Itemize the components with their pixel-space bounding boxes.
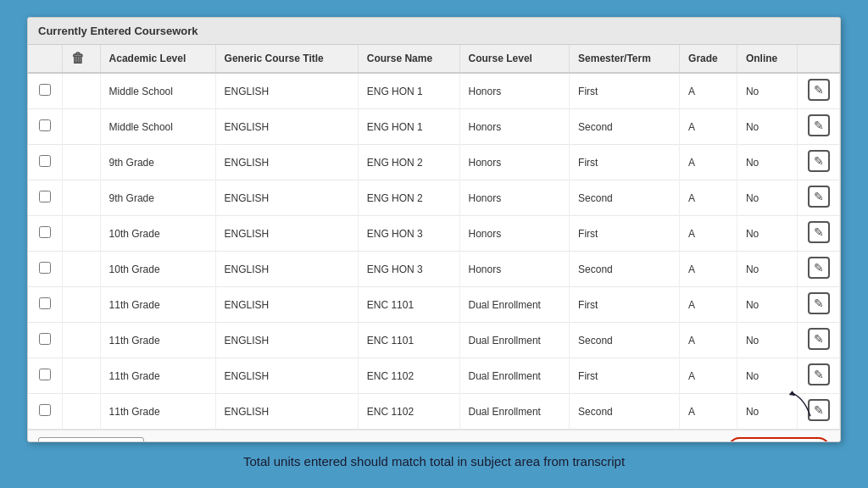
edit-icon[interactable] [808, 150, 830, 172]
cell-generic-course-title: ENGLISH [215, 394, 358, 430]
cell-generic-course-title: ENGLISH [215, 73, 358, 109]
row-checkbox[interactable] [39, 191, 51, 202]
remove-selected-button[interactable]: Remove Selected [38, 437, 144, 442]
cell-generic-course-title: ENGLISH [215, 252, 358, 287]
col-semester-term: Semester/Term [570, 45, 680, 73]
edit-icon[interactable] [808, 328, 830, 350]
cell-online: No [737, 73, 797, 109]
row-delete-cell [62, 323, 100, 358]
cell-course-name: ENC 1101 [358, 287, 459, 323]
cell-online: No [737, 323, 797, 358]
cell-semester-term: First [570, 145, 680, 180]
table-footer: Remove Selected Units Entered: 5 [28, 430, 840, 442]
row-edit-cell[interactable] [798, 394, 840, 430]
edit-icon[interactable] [808, 292, 830, 314]
cell-course-level: Honors [459, 109, 570, 145]
cell-online: No [737, 287, 797, 323]
cell-course-level: Honors [459, 180, 570, 216]
cell-grade: A [680, 252, 737, 287]
cell-grade: A [680, 358, 737, 394]
row-edit-cell[interactable] [798, 73, 840, 109]
cell-grade: A [680, 323, 737, 358]
row-checkbox[interactable] [39, 155, 51, 167]
row-checkbox[interactable] [39, 84, 51, 96]
row-checkbox[interactable] [39, 226, 51, 238]
slide-container: Currently Entered Coursework 🗑 Academic … [0, 0, 868, 488]
row-checkbox[interactable] [39, 333, 51, 345]
cell-course-level: Dual Enrollment [459, 287, 570, 323]
cell-course-name: ENG HON 1 [358, 73, 459, 109]
edit-icon[interactable] [808, 186, 830, 208]
cell-semester-term: First [570, 358, 680, 394]
cell-course-level: Dual Enrollment [459, 358, 570, 394]
cell-semester-term: Second [570, 323, 680, 358]
edit-icon[interactable] [808, 221, 830, 243]
row-edit-cell[interactable] [798, 358, 840, 394]
cell-academic-level: Middle School [100, 109, 215, 145]
edit-icon[interactable] [808, 114, 830, 136]
cell-semester-term: Second [570, 180, 680, 216]
cell-grade: A [680, 109, 737, 145]
cell-grade: A [680, 216, 737, 252]
cell-online: No [737, 180, 797, 216]
row-edit-cell[interactable] [798, 287, 840, 323]
row-checkbox[interactable] [39, 404, 51, 416]
cell-online: No [737, 252, 797, 287]
cell-generic-course-title: ENGLISH [215, 287, 358, 323]
cell-course-level: Honors [459, 252, 570, 287]
table-row: 11th GradeENGLISHENC 1102Dual Enrollment… [28, 394, 840, 430]
cell-academic-level: 11th Grade [100, 323, 215, 358]
cell-course-level: Honors [459, 145, 570, 180]
table-row: Middle SchoolENGLISHENG HON 1HonorsFirst… [28, 73, 840, 109]
cell-academic-level: 10th Grade [100, 216, 215, 252]
cell-grade: A [680, 180, 737, 216]
table-row: 9th GradeENGLISHENG HON 2HonorsFirstANo [28, 145, 840, 180]
edit-icon[interactable] [808, 399, 830, 421]
col-course-name: Course Name [358, 45, 459, 73]
table-row: 11th GradeENGLISHENC 1101Dual Enrollment… [28, 287, 840, 323]
edit-icon[interactable] [808, 363, 830, 385]
row-edit-cell[interactable] [798, 145, 840, 180]
row-checkbox[interactable] [39, 119, 51, 131]
cell-generic-course-title: ENGLISH [215, 216, 358, 252]
cell-grade: A [680, 73, 737, 109]
col-delete: 🗑 [62, 45, 100, 73]
edit-icon[interactable] [808, 257, 830, 279]
row-edit-cell[interactable] [798, 216, 840, 252]
cell-course-level: Honors [459, 216, 570, 252]
col-edit [798, 45, 840, 73]
col-online: Online [737, 45, 797, 73]
cell-semester-term: First [570, 287, 680, 323]
cell-generic-course-title: ENGLISH [215, 323, 358, 358]
col-grade: Grade [680, 45, 737, 73]
cell-academic-level: 9th Grade [100, 145, 215, 180]
row-delete-cell [62, 287, 100, 323]
cell-online: No [737, 216, 797, 252]
col-course-level: Course Level [459, 45, 570, 73]
row-edit-cell[interactable] [798, 323, 840, 358]
cell-course-level: Honors [459, 73, 570, 109]
row-checkbox[interactable] [39, 262, 51, 274]
cell-course-name: ENG HON 2 [358, 180, 459, 216]
cell-semester-term: Second [570, 252, 680, 287]
table-row: Middle SchoolENGLISHENG HON 1HonorsSecon… [28, 109, 840, 145]
table-row: 9th GradeENGLISHENG HON 2HonorsSecondANo [28, 180, 840, 216]
edit-icon[interactable] [808, 79, 830, 101]
cell-grade: A [680, 145, 737, 180]
cell-course-name: ENG HON 3 [358, 216, 459, 252]
cell-course-level: Dual Enrollment [459, 323, 570, 358]
table-row: 10th GradeENGLISHENG HON 3HonorsSecondAN… [28, 252, 840, 287]
cell-generic-course-title: ENGLISH [215, 358, 358, 394]
row-delete-cell [62, 252, 100, 287]
row-checkbox[interactable] [39, 369, 51, 380]
row-edit-cell[interactable] [798, 180, 840, 216]
row-edit-cell[interactable] [798, 252, 840, 287]
row-edit-cell[interactable] [798, 109, 840, 145]
cell-online: No [737, 358, 797, 394]
cell-academic-level: 11th Grade [100, 287, 215, 323]
cell-course-name: ENC 1101 [358, 323, 459, 358]
cell-online: No [737, 109, 797, 145]
row-delete-cell [62, 394, 100, 430]
table-row: 11th GradeENGLISHENC 1102Dual Enrollment… [28, 358, 840, 394]
row-checkbox[interactable] [39, 297, 51, 309]
